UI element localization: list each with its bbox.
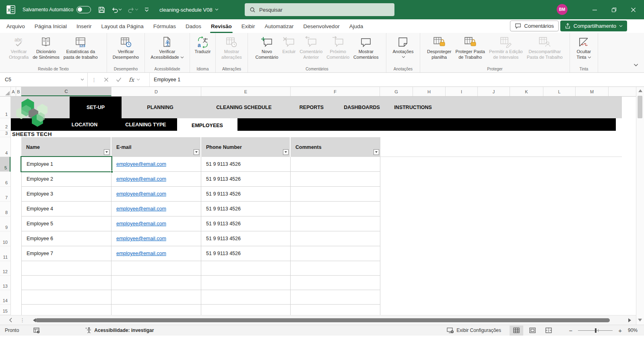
email-link[interactable]: employee@email.com [116, 176, 166, 182]
cell-d11[interactable]: employee@email.com [111, 246, 201, 261]
cell-f11[interactable] [291, 246, 380, 261]
ocultar-tinta-button[interactable]: Ocultar Tinta [575, 34, 592, 60]
redo-button[interactable] [125, 2, 141, 17]
tab-ajuda[interactable]: Ajuda [345, 19, 368, 33]
col-header-a[interactable]: A [11, 87, 16, 96]
cell-c9[interactable]: Employee 5 [21, 216, 111, 231]
col-header-j[interactable]: J [478, 87, 510, 96]
tab-exibir[interactable]: Exibir [237, 19, 260, 33]
tab-cleaning-type[interactable]: CLEANING TYPE [125, 118, 166, 131]
col-header-c[interactable]: C [21, 87, 111, 96]
email-link[interactable]: employee@email.com [116, 251, 166, 256]
verificar-ortografia-button[interactable]: abc Verificar Ortografia [7, 34, 30, 60]
col-header-k[interactable]: K [510, 87, 543, 96]
col-header-g[interactable]: G [380, 87, 413, 96]
zoom-level[interactable]: 90% [628, 328, 638, 333]
row-header-13[interactable]: 13 [0, 276, 10, 290]
formula-input[interactable]: Employee 1 [149, 73, 644, 87]
row-header-12[interactable]: 12 [0, 261, 10, 276]
cell-f5[interactable] [291, 157, 380, 171]
tab-desenvolvedor[interactable]: Desenvolvedor [299, 19, 345, 33]
horizontal-scroll-thumb[interactable] [35, 318, 610, 322]
search-box[interactable] [245, 3, 394, 16]
tab-arquivo[interactable]: Arquivo [2, 19, 30, 33]
cell-f8[interactable] [291, 202, 380, 216]
row-header-10[interactable]: 10 [0, 231, 10, 246]
zoom-in-button[interactable]: + [618, 327, 622, 334]
row-header-1[interactable]: 1 [0, 97, 10, 118]
proximo-comentario-button[interactable]: Próximo Comentário [325, 34, 351, 60]
autosave-toggle[interactable] [76, 6, 91, 13]
save-icon[interactable] [95, 2, 108, 17]
cell-f7[interactable] [291, 187, 380, 201]
collapse-ribbon-icon[interactable] [634, 64, 638, 67]
cell-c13[interactable] [21, 276, 111, 290]
tab-reports[interactable]: REPORTS [299, 97, 324, 118]
email-link[interactable]: employee@email.com [116, 236, 166, 241]
row-header-6[interactable]: 6 [0, 172, 10, 187]
cell-f10[interactable] [291, 231, 380, 246]
row-header-14[interactable]: 14 [0, 290, 10, 305]
cell-c6[interactable]: Employee 2 [21, 172, 111, 186]
normal-view-button[interactable] [510, 326, 523, 336]
filter-button-email[interactable] [194, 149, 199, 155]
close-icon[interactable] [624, 0, 642, 19]
zoom-out-button[interactable]: − [569, 327, 572, 334]
desproteger-planilha-button[interactable]: Desproteger planilha [425, 34, 453, 60]
page-layout-view-button[interactable] [526, 326, 539, 336]
verificar-desempenho-button[interactable]: Verificar Desempenho [111, 34, 140, 60]
insert-function-icon[interactable]: fx [125, 76, 144, 83]
email-link[interactable]: employee@email.com [116, 161, 166, 167]
cell-c5[interactable]: Employee 1 [21, 157, 111, 171]
tab-employees[interactable]: EMPLOYEES [177, 118, 237, 132]
email-link[interactable]: employee@email.com [116, 221, 166, 227]
filter-button-comments[interactable] [374, 149, 379, 155]
row-header-11[interactable]: 11 [0, 246, 10, 261]
cell-d5[interactable]: employee@email.com [111, 157, 201, 171]
scroll-down-icon[interactable] [638, 319, 642, 321]
tab-dados[interactable]: Dados [181, 19, 206, 33]
cell-e11[interactable]: 51 9 9113 4526 [201, 246, 291, 261]
accessibility-status[interactable]: Acessibilidade: investigar [85, 327, 154, 334]
mostrar-alteracoes-button[interactable]: Mostrar alterações [220, 34, 244, 60]
novo-comentario-button[interactable]: Novo Comentário [254, 34, 280, 60]
tab-formulas[interactable]: Fórmulas [149, 19, 181, 33]
name-box[interactable]: C5 [0, 73, 88, 87]
enter-icon[interactable] [112, 77, 125, 82]
tab-cleaning-schedule[interactable]: CLEANING SCHEDULE [216, 97, 272, 118]
verificar-acessibilidade-button[interactable]: Verificar Acessibilidade [149, 34, 185, 60]
row-header-15[interactable]: 15 [0, 305, 10, 315]
proteger-pasta-de-trabalho-button[interactable]: Proteger Pasta de Trabalho [454, 34, 487, 60]
cell-e15[interactable] [201, 305, 291, 315]
tab-instructions[interactable]: INSTRUCTIONS [394, 97, 432, 118]
cell-e10[interactable]: 51 9 9113 4526 [201, 231, 291, 246]
cell-e14[interactable] [201, 290, 291, 304]
tab-automatizar[interactable]: Automatizar [260, 19, 299, 33]
header-comments[interactable]: Comments [291, 137, 380, 157]
cell-c12[interactable] [21, 261, 111, 275]
sheet-nav-prev-icon[interactable] [9, 317, 12, 323]
dicionario-de-sinonimos-button[interactable]: Dicionário de Sinônimos [31, 34, 61, 60]
row-header-4[interactable]: 4 [0, 137, 10, 157]
minimize-icon[interactable] [585, 0, 604, 19]
horizontal-scroll-track[interactable] [35, 317, 624, 323]
header-name[interactable]: Name [21, 137, 111, 157]
comentario-anterior-button[interactable]: Comentário Anterior [298, 34, 324, 60]
drag-handle-icon[interactable]: ⋮ [88, 77, 100, 83]
cell-e7[interactable]: 51 9 9113 4526 [201, 187, 291, 201]
comments-button[interactable]: Comentários [510, 21, 559, 31]
tab-pagina-inicial[interactable]: Página Inicial [30, 19, 72, 33]
cell-d13[interactable] [111, 276, 201, 290]
row-header-5[interactable]: 5 [0, 157, 10, 172]
excel-app-icon[interactable]: X [3, 2, 19, 17]
col-header-partial[interactable] [609, 87, 636, 96]
col-header-h[interactable]: H [413, 87, 446, 96]
row-header-7[interactable]: 7 [0, 187, 10, 202]
scroll-right-icon[interactable] [628, 318, 631, 322]
zoom-slider-thumb[interactable] [595, 328, 597, 333]
tab-location[interactable]: LOCATION [72, 118, 97, 131]
traduzir-button[interactable]: a Traduzir [193, 34, 213, 60]
email-link[interactable]: employee@email.com [116, 206, 166, 212]
cell-e5[interactable]: 51 9 9113 4526 [201, 157, 291, 171]
cell-d7[interactable]: employee@email.com [111, 187, 201, 201]
